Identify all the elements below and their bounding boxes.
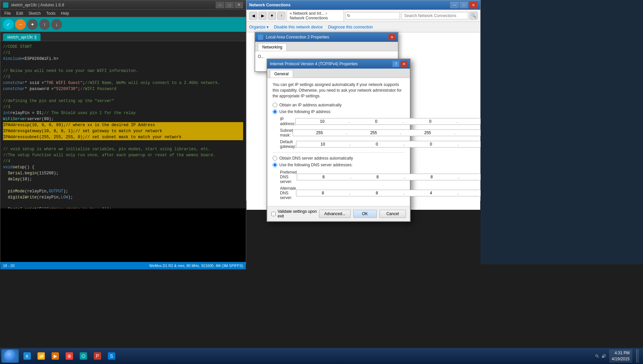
nav-up-button[interactable]: ↑ — [277, 12, 285, 20]
gateway-row: Default gateway: . . . — [273, 140, 405, 149]
arduino-code-editor[interactable]: //CODE START //1 #include <ESP8266WiFi.h… — [0, 41, 246, 208]
network-close-button[interactable]: ✕ — [469, 2, 478, 8]
subnet-seg-3[interactable] — [401, 130, 454, 136]
ppt-icon: P — [94, 352, 101, 360]
dns-auto-label[interactable]: Obtain DNS server address automatically — [273, 156, 405, 161]
cancel-button[interactable]: Cancel — [379, 210, 406, 218]
validate-checkbox[interactable] — [271, 212, 276, 216]
nav-recent-button[interactable]: ▼ — [268, 12, 276, 20]
diagnose-connection-button[interactable]: Diagnose this connection — [328, 25, 373, 29]
gateway-seg-3[interactable] — [405, 141, 457, 147]
pdns-seg-1[interactable] — [297, 174, 350, 180]
ip-seg-3[interactable] — [404, 118, 457, 124]
gateway-seg-2[interactable] — [350, 141, 403, 147]
code-line: delay(10); — [3, 176, 243, 182]
pdns-seg-3[interactable] — [405, 174, 458, 180]
code-line: //defining the pin and setting up the "s… — [3, 98, 243, 104]
disable-device-button[interactable]: Disable this network device — [274, 25, 323, 29]
validate-row: Validate settings upon exit — [271, 209, 319, 218]
menu-edit[interactable]: Edit — [13, 10, 26, 16]
ip-seg-2[interactable] — [350, 118, 403, 124]
subnet-seg-1[interactable] — [293, 130, 346, 136]
search-input[interactable] — [401, 12, 468, 19]
preferred-dns-label: Preferred DNS server: — [280, 170, 297, 184]
pdns-seg-2[interactable] — [351, 174, 404, 180]
ipv4-help-button[interactable]: ? — [392, 61, 399, 67]
verify-button[interactable]: ✓ — [3, 19, 14, 30]
upload-button[interactable]: → — [15, 19, 26, 30]
advanced-button[interactable]: Advanced... — [319, 210, 350, 218]
alternate-dns-field[interactable]: . . . — [296, 190, 512, 196]
taskbar-app-arduino[interactable]: ⌬ — [77, 350, 90, 362]
code-line-ip: IPAddress ip(10, 0, 0, 99); // where xx … — [3, 122, 243, 128]
subnet-seg-2[interactable] — [347, 130, 400, 136]
ip-auto-radio[interactable] — [273, 103, 277, 107]
arduino-window: sketch_apr19c | Arduino 1.6.8 ─ □ ✕ File… — [0, 0, 246, 264]
search-button[interactable]: 🔍 — [470, 12, 478, 20]
adns-seg-1[interactable] — [296, 190, 349, 196]
nav-back-button[interactable]: ◀ — [249, 12, 257, 20]
save-button[interactable]: ↓ — [51, 19, 62, 30]
ipv4-footer: Validate settings upon exit Advanced... … — [267, 206, 410, 221]
gateway-seg-1[interactable] — [296, 141, 349, 147]
taskbar-app-folder[interactable]: 📁 — [35, 350, 48, 362]
subnet-mask-field[interactable]: . . . — [293, 129, 508, 136]
arduino-maximize-button[interactable]: □ — [225, 2, 234, 8]
ip-auto-label[interactable]: Obtain an IP address automatically — [273, 103, 405, 107]
start-orb — [4, 350, 16, 362]
code-line: //2 — [3, 74, 243, 80]
show-desktop-button[interactable] — [636, 349, 639, 363]
nav-forward-button[interactable]: ▶ — [259, 12, 267, 20]
network-minimize-button[interactable]: ─ — [450, 2, 459, 8]
menu-tools[interactable]: Tools — [44, 10, 58, 16]
code-line: //The setup function will only run once,… — [3, 152, 243, 158]
new-button[interactable]: ✦ — [27, 19, 38, 30]
taskbar-app-ie[interactable]: e — [21, 350, 33, 362]
network-maximize-button[interactable]: □ — [459, 2, 468, 8]
dns-manual-radio[interactable] — [273, 163, 277, 167]
status-right: WeMos D1 R2 & mini, 80 MHz, 921600, 4M (… — [149, 264, 243, 268]
menu-sketch[interactable]: Sketch — [26, 10, 44, 16]
dns-manual-label[interactable]: Use the following DNS server addresses: — [273, 163, 405, 167]
editor-tab[interactable]: sketch_apr19c § — [3, 33, 41, 41]
code-line: // void setup is where we initialize var… — [3, 146, 243, 152]
ip-seg-1[interactable] — [296, 118, 349, 124]
code-line — [3, 62, 243, 68]
network-systray-icon: 🔌 — [594, 353, 600, 359]
lac-close-button[interactable]: ✕ — [388, 34, 395, 40]
address-path[interactable]: « Network and Int... › Network Connectio… — [287, 10, 344, 22]
ip-address-field[interactable]: . . . — [295, 118, 511, 125]
code-line — [3, 140, 243, 146]
arduino-close-button[interactable]: ✕ — [234, 2, 243, 8]
start-button[interactable] — [1, 349, 19, 363]
arduino-toolbar: ✓ → ✦ ↑ ↓ — [0, 17, 246, 32]
open-button[interactable]: ↑ — [39, 19, 50, 30]
taskbar-app-skype[interactable]: S — [105, 350, 118, 362]
adns-seg-2[interactable] — [350, 190, 403, 196]
ipv4-description: You can get IP settings assigned automat… — [273, 82, 405, 99]
subnet-mask-row: Subnet mask: . . . — [273, 128, 405, 138]
taskbar-app-ppt[interactable]: P — [91, 350, 104, 362]
refresh-button[interactable]: ↻ — [345, 12, 400, 19]
taskbar-app-wmp[interactable]: ▶ — [49, 350, 62, 362]
clock-area[interactable]: 4:31 PM 4/19/2015 — [609, 349, 632, 363]
folder-icon: 📁 — [38, 352, 45, 360]
adns-seg-3[interactable] — [405, 190, 457, 196]
code-line: const char* ssid = "THE WIFI Guest"; //W… — [3, 80, 243, 86]
ip-manual-label[interactable]: Use the following IP address: — [273, 109, 405, 114]
arduino-statusbar: 18 - 20 WeMos D1 R2 & mini, 80 MHz, 9216… — [0, 262, 246, 269]
menu-file[interactable]: File — [2, 10, 13, 16]
gateway-field[interactable]: . . . — [296, 141, 512, 148]
menu-help[interactable]: Help — [58, 10, 72, 16]
ip-manual-radio[interactable] — [273, 109, 277, 114]
dns-auto-radio[interactable] — [273, 156, 277, 161]
code-line — [3, 92, 243, 98]
ipv4-close-button[interactable]: ✕ — [401, 61, 407, 67]
ok-button[interactable]: OK — [353, 210, 377, 218]
preferred-dns-field[interactable]: . . . — [297, 174, 512, 180]
ipv4-general-tab[interactable]: General — [270, 70, 293, 78]
taskbar-app-chrome[interactable]: ⊕ — [63, 350, 76, 362]
organize-button[interactable]: Organize ▾ — [249, 25, 269, 29]
arduino-minimize-button[interactable]: ─ — [216, 2, 224, 8]
lac-networking-tab[interactable]: Networking — [258, 43, 287, 51]
